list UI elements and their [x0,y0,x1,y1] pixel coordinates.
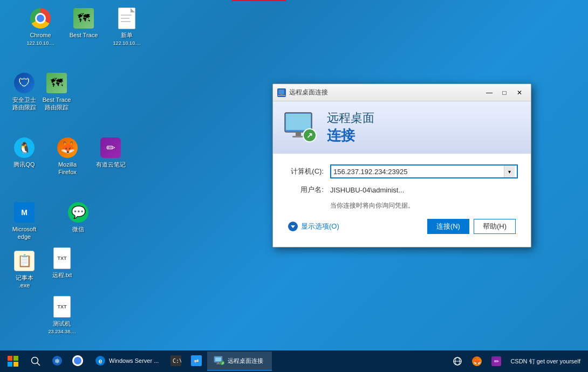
svg-rect-2 [281,94,283,95]
rdp-title-text: 远程桌面连接 [289,88,482,97]
svg-line-12 [37,363,40,366]
computer-field-row: 计算机(C): ▾ [286,164,518,178]
desktop-icon-remote-txt[interactable]: TXT 远程.txt [40,245,84,281]
username-label: 用户名: [286,185,324,195]
connect-button[interactable]: 连接(N) [427,219,469,234]
taskbar-accent-line [232,0,286,1]
rdp-titlebar: 远程桌面连接 — □ ✕ [273,84,531,101]
rdp-info-text: 当你连接时将向你询问凭据。 [286,201,518,210]
svg-point-11 [32,357,38,364]
taskbar-items: ❄ e Windows Server ... [45,352,449,371]
taskbar-tray: 🦊 ✏ CSDN 钉 get over yourself [449,352,588,371]
rdp-action-buttons: 连接(N) 帮助(H) [427,219,516,234]
taskbar-logo-item[interactable]: ❄ [47,352,67,371]
taskbar-rdm-item[interactable]: ⇄ [187,352,206,371]
taskbar-tray-text[interactable]: CSDN 钉 get over yourself [507,357,584,366]
computer-label: 计算机(C): [286,167,324,176]
taskbar-cmd-icon: C:\ [170,355,181,366]
tray-yunbiji-icon[interactable]: ✏ [488,352,505,371]
desktop-icon-firefox[interactable]: 🦊 MozillaFirefox [46,135,89,178]
desktop-icon-best-trace-1[interactable]: 🗺 Best Trace [62,5,105,41]
rdp-header-title2: 连接 [327,126,374,145]
taskbar-cmd-item[interactable]: C:\ [166,352,186,371]
close-button[interactable]: ✕ [512,87,527,98]
rdp-titlebar-icon [277,88,286,97]
taskbar-windows-server-item[interactable]: e Windows Server ... [88,352,165,371]
svg-text:↗: ↗ [221,362,224,365]
start-button[interactable] [0,350,26,372]
desktop-icon-chrome[interactable]: Chrome122.10.10.... [19,5,62,49]
svg-rect-6 [292,136,304,137]
svg-text:❄: ❄ [54,357,60,365]
rdp-header: ↗ 远程桌面 连接 [273,101,531,154]
computer-dropdown-btn[interactable]: ▾ [504,166,515,177]
taskbar: ❄ e Windows Server ... [0,350,588,372]
taskbar-chrome-item[interactable] [68,352,87,371]
svg-rect-22 [215,357,221,361]
taskbar-search-button[interactable] [26,352,45,371]
svg-rect-0 [278,89,284,94]
svg-text:⇄: ⇄ [194,358,199,364]
tray-firefox-icon[interactable]: 🦊 [468,352,486,371]
svg-text:C:\: C:\ [173,358,181,364]
maximize-button[interactable]: □ [497,87,511,98]
rdp-header-title1: 远程桌面 [327,110,374,126]
desktop-icon-test[interactable]: TXT 测试机23.234.38.... [40,294,84,337]
svg-rect-24 [216,363,220,364]
svg-rect-5 [296,132,301,136]
rdp-footer: 显示选项(O) 连接(N) 帮助(H) [286,219,518,234]
svg-text:↗: ↗ [306,131,313,140]
help-button[interactable]: 帮助(H) [474,219,516,234]
taskbar-ie-icon: e [95,355,106,366]
rdp-header-text: 远程桌面 连接 [327,110,374,145]
computer-input[interactable] [333,168,504,176]
taskbar-chrome-icon [72,355,83,366]
computer-input-wrapper[interactable]: ▾ [330,164,518,178]
show-options-icon [288,222,298,231]
desktop: Chrome122.10.10.... 🗺 Best Trace 新单122.1… [0,0,588,350]
rdp-title-controls: — □ ✕ [482,87,527,98]
taskbar-rdm-icon: ⇄ [191,355,202,366]
tray-network-icon[interactable] [449,352,466,371]
desktop-icon-qq[interactable]: 🐧 腾讯QQ [3,135,46,170]
show-options-label: 显示选项(O) [301,222,339,231]
taskbar-logo-icon: ❄ [52,355,63,366]
desktop-icon-best-trace-2[interactable]: 🗺 Best Trace路由限踪 [35,70,78,114]
username-field-row: 用户名: JISHUBU-04\administ... [286,185,518,195]
desktop-icon-ms-edge[interactable]: M Microsoftedge [3,199,46,243]
rdp-dialog: 远程桌面连接 — □ ✕ ↗ [272,84,531,247]
rdp-body: 计算机(C): ▾ 用户名: JISHUBU-04\administ... 当你… [273,154,531,247]
svg-rect-4 [286,114,311,130]
show-options-button[interactable]: 显示选项(O) [288,222,339,231]
desktop-icon-new-doc[interactable]: 新单122.10.10.... [105,5,148,49]
svg-text:e: e [99,357,102,365]
taskbar-rdp-active-item[interactable]: ↗ 远程桌面连接 [207,352,272,371]
desktop-icon-yunbiji[interactable]: ✏ 有道云笔记 [89,135,132,170]
desktop-icon-wechat[interactable]: 💬 微信 [57,199,100,235]
desktop-icon-notepad[interactable]: 📋 记事本.exe [3,248,46,292]
minimize-button[interactable]: — [482,87,496,98]
taskbar-rdp-active-icon: ↗ [214,355,224,366]
start-icon [8,356,18,367]
taskbar-windows-server-label: Windows Server ... [109,357,159,364]
username-value: JISHUBU-04\administ... [330,186,404,194]
rdp-logo: ↗ [284,111,318,145]
taskbar-rdp-active-label: 远程桌面连接 [228,357,263,365]
